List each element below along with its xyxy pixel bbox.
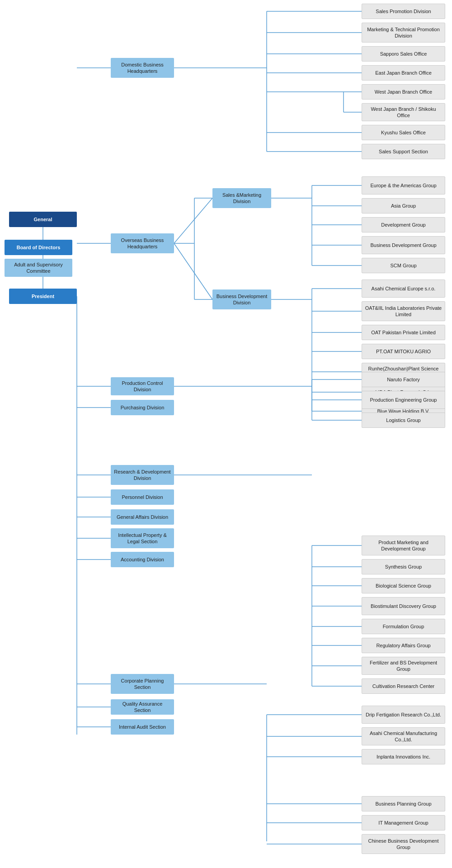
logistics-box: Logistics Group bbox=[362, 413, 445, 428]
oat-india-label: OAT&IIL India Laboratories Private Limit… bbox=[365, 305, 442, 318]
quality-box: Quality Assurance Section bbox=[111, 699, 174, 715]
biz-dev-group-label: Business Development Group bbox=[370, 242, 436, 248]
general-label: General bbox=[34, 216, 52, 223]
biz-dev-group-box: Business Development Group bbox=[362, 236, 445, 254]
prod-eng-box: Production Engineering Group bbox=[362, 391, 445, 409]
bizdev-div-label: Business Development Division bbox=[215, 293, 268, 306]
asahi-europe-box: Asahi Chemical Europe s.r.o. bbox=[362, 280, 445, 298]
prod-mktg-label: Product Marketing and Development Group bbox=[365, 539, 442, 552]
generalaffairs-box: General Affairs Division bbox=[111, 509, 174, 525]
regulatory-label: Regulatory Affairs Group bbox=[376, 642, 430, 649]
west-japan-label: West Japan Branch Office bbox=[375, 89, 432, 95]
purchasing-label: Purchasing Division bbox=[121, 404, 165, 411]
overseas-box: Overseas Business Headquarters bbox=[111, 233, 174, 253]
west-japan-box: West Japan Branch Office bbox=[362, 84, 445, 100]
east-japan-box: East Japan Branch Office bbox=[362, 65, 445, 81]
sapporo-box: Sapporo Sales Office bbox=[362, 46, 445, 62]
asahi-europe-label: Asahi Chemical Europe s.r.o. bbox=[372, 285, 436, 292]
pt-oat-label: PT.OAT MITOKU AGRIO bbox=[376, 348, 431, 355]
domestic-label: Domestic Business Headquarters bbox=[113, 62, 171, 75]
overseas-label: Overseas Business Headquarters bbox=[113, 237, 171, 250]
inplanta-box: Inplanta Innovations Inc. bbox=[362, 749, 445, 764]
mktg-tech-box: Marketing & Technical Promotion Division bbox=[362, 23, 445, 43]
corporate-label: Corporate Planning Section bbox=[113, 678, 171, 691]
asia-box: Asia Group bbox=[362, 198, 445, 213]
synthesis-box: Synthesis Group bbox=[362, 559, 445, 574]
europe-americas-box: Europe & the Americas Group bbox=[362, 176, 445, 194]
chinese-biz-label: Chinese Business Development Group bbox=[365, 838, 442, 851]
biostim-box: Biostimulant Discovery Group bbox=[362, 597, 445, 615]
cultivation-label: Cultivation Research Center bbox=[372, 683, 435, 689]
bio-sci-label: Biological Science Group bbox=[376, 583, 431, 589]
kyushu-label: Kyushu Sales Office bbox=[381, 129, 426, 136]
scm-box: SCM Group bbox=[362, 258, 445, 273]
cultivation-box: Cultivation Research Center bbox=[362, 678, 445, 694]
formulation-box: Formulation Group bbox=[362, 619, 445, 634]
ip-box: Intellectual Property & Legal Section bbox=[111, 528, 174, 548]
salesmarketing-label: Sales &Marketing Division bbox=[215, 192, 268, 205]
personnel-label: Personnel Division bbox=[122, 494, 163, 500]
synthesis-label: Synthesis Group bbox=[385, 564, 422, 570]
general-box: General bbox=[9, 212, 77, 227]
west-japan-shikoku-label: West Japan Branch / Shikoku Office bbox=[365, 106, 442, 119]
org-chart: General Board of Directors Adult and Sup… bbox=[0, 0, 452, 18]
board-box: Board of Directors bbox=[5, 240, 72, 255]
europe-americas-label: Europe & the Americas Group bbox=[370, 182, 436, 189]
fertilizer-box: Fertilizer and BS Development Group bbox=[362, 657, 445, 675]
naruto-label: Naruto Factory bbox=[387, 376, 420, 383]
dev-group-label: Development Group bbox=[381, 222, 425, 228]
east-japan-label: East Japan Branch Office bbox=[375, 70, 432, 76]
drip-box: Drip Fertigation Research Co.,Ltd. bbox=[362, 706, 445, 724]
audit-label: Adult and Supervisory Committee bbox=[7, 261, 70, 275]
rd-label: Research & Development Division bbox=[113, 469, 171, 482]
president-label: President bbox=[32, 293, 54, 299]
asia-label: Asia Group bbox=[391, 203, 416, 209]
sales-promo-label: Sales Promotion Division bbox=[376, 8, 431, 14]
prod-eng-label: Production Engineering Group bbox=[370, 397, 437, 403]
quality-label: Quality Assurance Section bbox=[113, 701, 171, 714]
corporate-box: Corporate Planning Section bbox=[111, 674, 174, 694]
chinese-biz-box: Chinese Business Development Group bbox=[362, 834, 445, 854]
domestic-box: Domestic Business Headquarters bbox=[111, 58, 174, 78]
sales-support-box: Sales Support Section bbox=[362, 144, 445, 159]
ip-label: Intellectual Property & Legal Section bbox=[113, 532, 171, 545]
naruto-box: Naruto Factory bbox=[362, 372, 445, 387]
salesmarketing-box: Sales &Marketing Division bbox=[212, 188, 271, 208]
audit-box: Adult and Supervisory Committee bbox=[5, 259, 72, 277]
bizdev-div-box: Business Development Division bbox=[212, 289, 271, 309]
kyushu-box: Kyushu Sales Office bbox=[362, 125, 445, 140]
internal-label: Internal Audit Section bbox=[119, 724, 166, 730]
oat-india-box: OAT&IIL India Laboratories Private Limit… bbox=[362, 301, 445, 321]
drip-label: Drip Fertigation Research Co.,Ltd. bbox=[366, 711, 441, 718]
rd-box: Research & Development Division bbox=[111, 465, 174, 485]
it-mgmt-label: IT Management Group bbox=[378, 820, 428, 826]
pt-oat-box: PT.OAT MITOKU AGRIO bbox=[362, 344, 445, 359]
biostim-label: Biostimulant Discovery Group bbox=[371, 603, 436, 609]
generalaffairs-label: General Affairs Division bbox=[117, 514, 168, 520]
board-label: Board of Directors bbox=[17, 244, 61, 251]
dev-group-box: Development Group bbox=[362, 217, 445, 232]
internal-box: Internal Audit Section bbox=[111, 719, 174, 735]
sales-promo-box: Sales Promotion Division bbox=[362, 4, 445, 19]
formulation-label: Formulation Group bbox=[383, 623, 424, 630]
biz-planning-box: Business Planning Group bbox=[362, 796, 445, 811]
accounting-box: Accounting Division bbox=[111, 552, 174, 567]
biz-planning-label: Business Planning Group bbox=[375, 801, 431, 807]
production-label: Production Control Division bbox=[113, 380, 171, 393]
regulatory-box: Regulatory Affairs Group bbox=[362, 638, 445, 653]
president-box: President bbox=[9, 289, 77, 304]
it-mgmt-box: IT Management Group bbox=[362, 815, 445, 830]
personnel-box: Personnel Division bbox=[111, 489, 174, 505]
asahi-mfg-box: Asahi Chemical Manufacturing Co.,Ltd. bbox=[362, 727, 445, 745]
oat-pakistan-label: OAT Pakistan Private Limited bbox=[371, 329, 436, 336]
prod-mktg-box: Product Marketing and Development Group bbox=[362, 536, 445, 555]
logistics-label: Logistics Group bbox=[386, 417, 420, 423]
west-japan-shikoku-box: West Japan Branch / Shikoku Office bbox=[362, 103, 445, 121]
sapporo-label: Sapporo Sales Office bbox=[380, 51, 427, 57]
accounting-label: Accounting Division bbox=[121, 556, 164, 563]
svg-line-24 bbox=[174, 198, 212, 243]
svg-line-25 bbox=[174, 243, 212, 299]
mktg-tech-label: Marketing & Technical Promotion Division bbox=[365, 26, 442, 39]
production-box: Production Control Division bbox=[111, 377, 174, 395]
asahi-mfg-label: Asahi Chemical Manufacturing Co.,Ltd. bbox=[365, 730, 442, 743]
